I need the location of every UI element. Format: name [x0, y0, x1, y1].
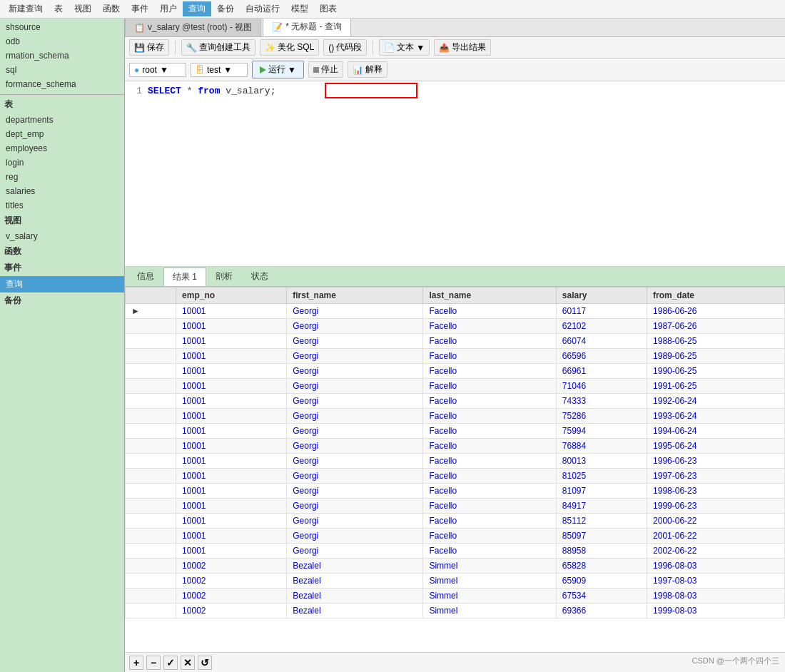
sidebar-item-shsource[interactable]: shsource [0, 20, 124, 34]
add-row-button[interactable]: + [129, 656, 143, 670]
row-indicator: ► [126, 304, 176, 319]
table-row[interactable]: 10001GeorgiFacello800131996-06-23 [126, 454, 785, 469]
table-row[interactable]: 10001GeorgiFacello889582002-06-22 [126, 544, 785, 559]
table-row[interactable]: 10001GeorgiFacello768841995-06-24 [126, 439, 785, 454]
table-cell: Facello [423, 379, 556, 394]
watermark: CSDN @一个两个四个三 [692, 656, 779, 666]
bottom-tab-results[interactable]: 结果 1 [163, 268, 206, 286]
menu-view[interactable]: 视图 [69, 1, 97, 16]
sidebar-item-employees[interactable]: employees [0, 141, 124, 156]
table-row[interactable]: 10001GeorgiFacello759941994-06-24 [126, 424, 785, 439]
menu-model[interactable]: 模型 [285, 1, 314, 16]
sidebar-item-departments[interactable]: departments [0, 113, 124, 127]
col-header-emp-no[interactable]: emp_no [176, 287, 287, 304]
table-row[interactable]: 10002BezalelSimmel693661999-08-03 [126, 604, 785, 618]
table-row[interactable]: 10001GeorgiFacello752861993-06-24 [126, 409, 785, 424]
table-cell: 10001 [176, 469, 287, 484]
sql-editor[interactable]: 1 SELECT * from v_salary; [125, 81, 785, 267]
check-button[interactable]: ✓ [163, 656, 178, 670]
table-row[interactable]: ►10001GeorgiFacello601171986-06-26 [126, 304, 785, 319]
export-button[interactable]: 📤 导出结果 [434, 39, 491, 56]
table-cell: 10001 [176, 514, 287, 529]
table-body: ►10001GeorgiFacello601171986-06-2610001G… [126, 304, 785, 618]
table-row[interactable]: 10001GeorgiFacello849171999-06-23 [126, 499, 785, 514]
col-header-first-name[interactable]: first_name [287, 287, 423, 304]
table-row[interactable]: 10001GeorgiFacello850972001-06-22 [126, 529, 785, 544]
table-row[interactable]: 10001GeorgiFacello710461991-06-25 [126, 379, 785, 394]
sidebar-item-odb[interactable]: odb [0, 34, 124, 49]
menu-function[interactable]: 函数 [97, 1, 126, 16]
table-cell: Bezalel [287, 589, 423, 604]
text-button[interactable]: 📄 文本 ▼ [379, 39, 430, 56]
database-dropdown[interactable]: 🗄 test ▼ [191, 63, 248, 77]
results-area[interactable]: emp_no first_name last_name salary from_… [125, 287, 785, 652]
table-row[interactable]: 10002BezalelSimmel658281996-08-03 [126, 559, 785, 574]
remove-row-button[interactable]: − [146, 656, 161, 670]
sidebar-divider-1 [0, 94, 124, 95]
col-header-last-name[interactable]: last_name [423, 287, 556, 304]
tab-v-salary[interactable]: 📋 v_salary @test (root) - 视图 [125, 19, 261, 36]
sidebar-item-performance-schema[interactable]: formance_schema [0, 77, 124, 91]
sidebar-item-query[interactable]: 查询 [0, 276, 124, 292]
table-cell: 75994 [556, 424, 647, 439]
sidebar-item-login[interactable]: login [0, 156, 124, 170]
bottom-tab-analysis[interactable]: 剖析 [206, 267, 242, 286]
run-button[interactable]: 运行 ▼ [252, 61, 304, 78]
stop-button[interactable]: 停止 [308, 61, 343, 78]
explain-button[interactable]: 📊 解释 [348, 61, 388, 78]
table-cell: 75286 [556, 409, 647, 424]
sidebar-item-reg[interactable]: reg [0, 170, 124, 184]
table-row[interactable]: 10001GeorgiFacello743331992-06-24 [126, 394, 785, 409]
table-cell: Simmel [423, 574, 556, 589]
sidebar-item-information-schema[interactable]: rmation_schema [0, 49, 124, 63]
table-cell: Simmel [423, 604, 556, 618]
table-row[interactable]: 10001GeorgiFacello810971998-06-23 [126, 484, 785, 499]
table-cell: 65909 [556, 574, 647, 589]
menu-user[interactable]: 用户 [154, 1, 183, 16]
sidebar-item-v-salary[interactable]: v_salary [0, 229, 124, 243]
menu-new-query[interactable]: 新建查询 [3, 1, 49, 16]
query-create-button[interactable]: 🔧 查询创建工具 [181, 39, 255, 56]
table-cell: 2001-06-22 [647, 529, 785, 544]
table-cell: Georgi [287, 439, 423, 454]
row-indicator [126, 379, 176, 394]
save-button[interactable]: 💾 保存 [129, 39, 169, 56]
sidebar-item-titles[interactable]: titles [0, 198, 124, 213]
table-cell: 10001 [176, 319, 287, 334]
sidebar-item-sql[interactable]: sql [0, 63, 124, 77]
tab-bar: 📋 v_salary @test (root) - 视图 📝 * 无标题 - 查… [125, 19, 785, 37]
sql-table-name: v_salary; [226, 86, 275, 96]
table-row[interactable]: 10001GeorgiFacello669611990-06-25 [126, 364, 785, 379]
col-header-salary[interactable]: salary [556, 287, 647, 304]
menu-chart[interactable]: 图表 [314, 1, 343, 16]
menu-table[interactable]: 表 [49, 1, 69, 16]
sidebar-item-dept-emp[interactable]: dept_emp [0, 127, 124, 141]
table-cell: 81097 [556, 484, 647, 499]
table-row[interactable]: 10002BezalelSimmel675341998-08-03 [126, 589, 785, 604]
menu-autorun[interactable]: 自动运行 [240, 1, 285, 16]
sidebar-item-salaries[interactable]: salaries [0, 184, 124, 198]
table-cell: 1999-06-23 [647, 499, 785, 514]
refresh-button[interactable]: ↺ [198, 656, 212, 670]
table-cell: Facello [423, 529, 556, 544]
bottom-tab-status[interactable]: 状态 [242, 267, 278, 286]
beautify-button[interactable]: ✨ 美化 SQL [260, 39, 319, 56]
table-row[interactable]: 10001GeorgiFacello621021987-06-26 [126, 319, 785, 334]
bottom-tab-info[interactable]: 信息 [128, 267, 163, 286]
table-row[interactable]: 10001GeorgiFacello665961989-06-25 [126, 349, 785, 364]
table-row[interactable]: 10001GeorgiFacello660741988-06-25 [126, 334, 785, 349]
table-row[interactable]: 10001GeorgiFacello851122000-06-22 [126, 514, 785, 529]
table-row[interactable]: 10002BezalelSimmel659091997-08-03 [126, 574, 785, 589]
connection-dropdown[interactable]: ● root ▼ [129, 63, 186, 77]
tab-untitled-query[interactable]: 📝 * 无标题 - 查询 [263, 19, 351, 36]
delete-button[interactable]: ✕ [181, 656, 195, 670]
table-cell: 10001 [176, 304, 287, 319]
table-row[interactable]: 10001GeorgiFacello810251997-06-23 [126, 469, 785, 484]
code-block-button[interactable]: () 代码段 [323, 39, 367, 56]
menu-query[interactable]: 查询 [183, 1, 211, 16]
menu-backup[interactable]: 备份 [211, 1, 240, 16]
menu-event[interactable]: 事件 [126, 1, 154, 16]
table-cell: Bezalel [287, 574, 423, 589]
table-cell: Georgi [287, 454, 423, 469]
col-header-from-date[interactable]: from_date [647, 287, 785, 304]
